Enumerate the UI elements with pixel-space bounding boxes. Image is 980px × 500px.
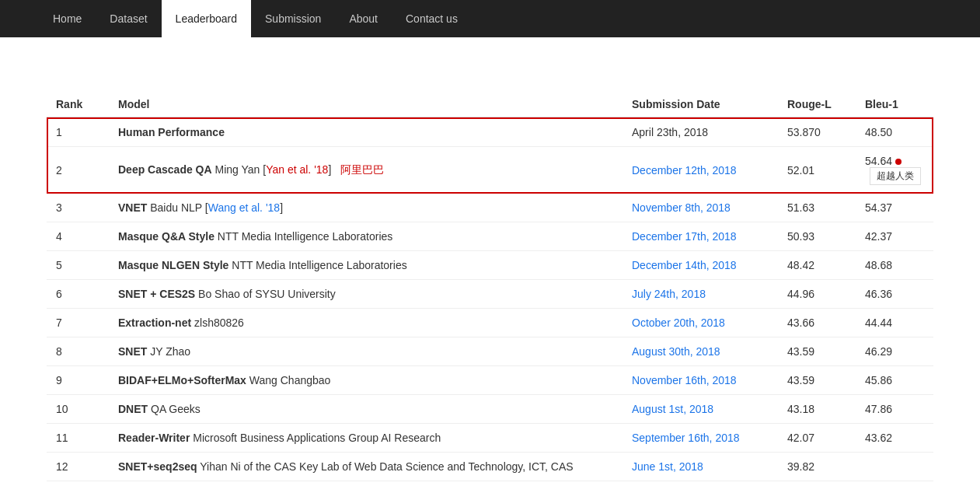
date-link[interactable]: December 17th, 2018 xyxy=(632,230,737,243)
table-row: 3VNET Baidu NLP [Wang et al. '18]Novembe… xyxy=(47,194,933,222)
table-row: 9BIDAF+ELMo+SofterMax Wang ChangbaoNovem… xyxy=(47,366,933,395)
date-link[interactable]: July 24th, 2018 xyxy=(632,288,706,300)
cell-model: DNET QA Geeks xyxy=(109,395,623,424)
cell-rouge: 52.01 xyxy=(778,147,856,194)
cell-rank: 4 xyxy=(47,222,109,251)
cell-rank: 11 xyxy=(47,424,109,453)
cell-rank: 12 xyxy=(47,453,109,481)
table-body: 1Human PerformanceApril 23th, 201853.870… xyxy=(47,117,933,481)
cell-date[interactable]: August 30th, 2018 xyxy=(623,337,778,366)
cell-rank: 6 xyxy=(47,280,109,309)
date-link[interactable]: November 16th, 2018 xyxy=(632,374,737,386)
date-link[interactable]: August 30th, 2018 xyxy=(632,345,720,358)
cell-model: SNET JY Zhao xyxy=(109,337,623,366)
cell-model: VNET Baidu NLP [Wang et al. '18] xyxy=(109,194,623,222)
model-name: Deep Cascade QA xyxy=(118,163,212,176)
date-link[interactable]: October 20th, 2018 xyxy=(632,316,725,329)
cell-date[interactable]: August 1st, 2018 xyxy=(623,395,778,424)
table-row: 4Masque Q&A Style NTT Media Intelligence… xyxy=(47,222,933,251)
model-name: Reader-Writer xyxy=(118,432,190,444)
model-author: Wang Changbao xyxy=(246,374,330,386)
table-row: 6SNET + CES2S Bo Shao of SYSU University… xyxy=(47,280,933,309)
cell-bleu: 46.36 xyxy=(856,280,933,309)
cell-date[interactable]: December 17th, 2018 xyxy=(623,222,778,251)
cell-bleu: 44.44 xyxy=(856,309,933,337)
model-name: DNET xyxy=(118,403,148,415)
model-name: Masque NLGEN Style xyxy=(118,259,228,271)
nav-item-about[interactable]: About xyxy=(335,0,392,37)
col-header-rouge: Rouge-L xyxy=(778,92,856,117)
exceeded-badge: 超越人类 xyxy=(870,167,921,185)
cell-date[interactable]: September 16th, 2018 xyxy=(623,424,778,453)
cell-date[interactable]: November 8th, 2018 xyxy=(623,194,778,222)
cell-rouge: 50.93 xyxy=(778,222,856,251)
exceeded-dot xyxy=(895,159,902,165)
model-name: SNET xyxy=(118,345,147,358)
cell-bleu: 42.37 xyxy=(856,222,933,251)
cell-date[interactable]: December 14th, 2018 xyxy=(623,251,778,280)
col-header-model: Model xyxy=(109,92,623,117)
date-link[interactable]: August 1st, 2018 xyxy=(632,403,713,415)
date-link[interactable]: December 14th, 2018 xyxy=(632,259,737,271)
table-row: 2Deep Cascade QA Ming Yan [Yan et al. '1… xyxy=(47,147,933,194)
nav-item-dataset[interactable]: Dataset xyxy=(96,0,161,37)
table-row: 11Reader-Writer Microsoft Business Appli… xyxy=(47,424,933,453)
col-header-date: Submission Date xyxy=(623,92,778,117)
cell-rank: 10 xyxy=(47,395,109,424)
cell-rank: 9 xyxy=(47,366,109,395)
table-row: 1Human PerformanceApril 23th, 201853.870… xyxy=(47,117,933,147)
model-author: Yihan Ni of the CAS Key Lab of Web Data … xyxy=(197,460,574,473)
cell-date[interactable]: December 12th, 2018 xyxy=(623,147,778,194)
cell-rank: 5 xyxy=(47,251,109,280)
date-link[interactable]: December 12th, 2018 xyxy=(632,164,737,177)
cell-rouge: 43.66 xyxy=(778,309,856,337)
cell-bleu: 46.29 xyxy=(856,337,933,366)
nav-item-submission[interactable]: Submission xyxy=(251,0,335,37)
leaderboard-table-wrapper: Rank Model Submission Date Rouge-L Bleu-… xyxy=(47,92,933,481)
nav-item-leaderboard[interactable]: Leaderboard xyxy=(162,0,251,37)
model-name: Human Performance xyxy=(118,126,225,138)
model-name: SNET + CES2S xyxy=(118,288,195,300)
model-author: Baidu NLP [Wang et al. '18] xyxy=(147,201,283,214)
date-link[interactable]: November 8th, 2018 xyxy=(632,201,731,214)
model-author: Microsoft Business Applications Group AI… xyxy=(190,432,441,444)
cell-bleu: 48.50 xyxy=(856,117,933,147)
cell-date: April 23th, 2018 xyxy=(623,117,778,147)
table-header: Rank Model Submission Date Rouge-L Bleu-… xyxy=(47,92,933,117)
col-header-bleu: Bleu-1 xyxy=(856,92,933,117)
date-link[interactable]: June 1st, 2018 xyxy=(632,460,703,473)
table-row: 7Extraction-net zlsh80826October 20th, 2… xyxy=(47,309,933,337)
model-author: zlsh80826 xyxy=(191,316,244,329)
cell-model: Deep Cascade QA Ming Yan [Yan et al. '18… xyxy=(109,147,623,194)
model-author: Ming Yan [Yan et al. '18] 阿里巴巴 xyxy=(212,163,384,176)
cell-model: Reader-Writer Microsoft Business Applica… xyxy=(109,424,623,453)
cell-rouge: 39.82 xyxy=(778,453,856,481)
cell-bleu: 43.62 xyxy=(856,424,933,453)
cell-model: SNET + CES2S Bo Shao of SYSU University xyxy=(109,280,623,309)
nav-links: Home Dataset Leaderboard Submission Abou… xyxy=(39,0,472,37)
cell-model: SNET+seq2seq Yihan Ni of the CAS Key Lab… xyxy=(109,453,623,481)
model-link[interactable]: Yan et al. '18 xyxy=(266,163,328,176)
model-name: BIDAF+ELMo+SofterMax xyxy=(118,374,246,386)
model-link[interactable]: Wang et al. '18 xyxy=(208,201,280,214)
table-row: 12SNET+seq2seq Yihan Ni of the CAS Key L… xyxy=(47,453,933,481)
model-author: QA Geeks xyxy=(148,403,201,415)
cell-date[interactable]: October 20th, 2018 xyxy=(623,309,778,337)
table-row: 10DNET QA GeeksAugust 1st, 201843.1847.8… xyxy=(47,395,933,424)
nav-item-contact[interactable]: Contact us xyxy=(392,0,472,37)
cell-rouge: 43.59 xyxy=(778,337,856,366)
cell-bleu: 47.86 xyxy=(856,395,933,424)
col-header-rank: Rank xyxy=(47,92,109,117)
cell-rouge: 51.63 xyxy=(778,194,856,222)
cell-date[interactable]: June 1st, 2018 xyxy=(623,453,778,481)
cell-date[interactable]: July 24th, 2018 xyxy=(623,280,778,309)
cell-model: Human Performance xyxy=(109,117,623,147)
table-row: 5Masque NLGEN Style NTT Media Intelligen… xyxy=(47,251,933,280)
cell-date[interactable]: November 16th, 2018 xyxy=(623,366,778,395)
date-link[interactable]: September 16th, 2018 xyxy=(632,432,740,444)
nav-item-home[interactable]: Home xyxy=(39,0,96,37)
cell-rank: 7 xyxy=(47,309,109,337)
cell-bleu: 54.37 xyxy=(856,194,933,222)
model-author: NTT Media Intelligence Laboratories xyxy=(214,230,392,243)
cell-rouge: 53.870 xyxy=(778,117,856,147)
